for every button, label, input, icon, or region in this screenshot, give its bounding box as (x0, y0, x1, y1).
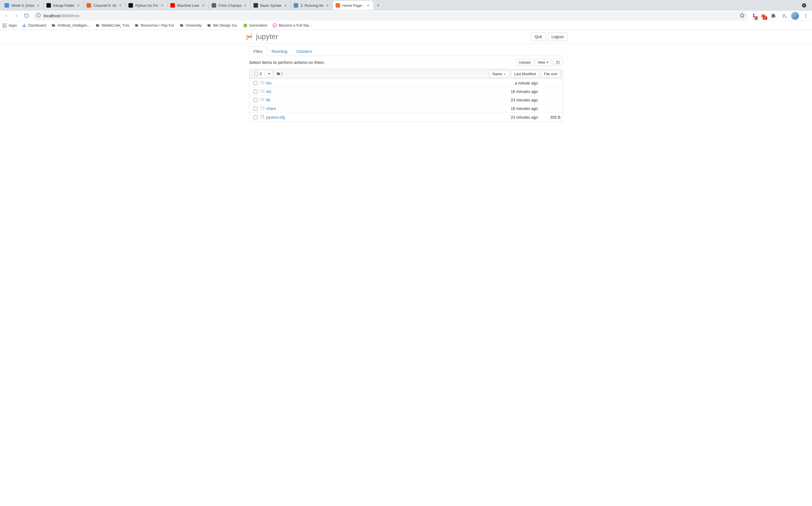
bookmark-item[interactable]: RBecome a Full Sta... (273, 23, 312, 28)
extension-2-badge: 11 (763, 16, 767, 20)
tab-favicon (336, 3, 340, 8)
bookmark-item[interactable]: Apps (2, 23, 17, 28)
svg-point-27 (806, 14, 806, 15)
tab-favicon (253, 3, 258, 8)
bookmark-star-icon[interactable] (740, 13, 745, 19)
tab-close-icon[interactable] (366, 3, 370, 8)
reading-list-icon[interactable] (780, 12, 788, 20)
tab-close-icon[interactable] (76, 3, 81, 8)
tab-close-icon[interactable] (118, 3, 123, 8)
tab-close-icon[interactable] (36, 3, 41, 8)
item-name-link[interactable]: share (266, 106, 276, 111)
extension-2-icon[interactable]: 11 (760, 12, 767, 19)
item-name-link[interactable]: pyvenv.cfg (266, 115, 285, 119)
chrome-menu-icon[interactable] (802, 12, 810, 20)
tab-title: Machine Lear (177, 3, 200, 8)
tab-favicon (170, 3, 175, 8)
browser-tab[interactable]: Channel 9: Vid (84, 1, 126, 10)
svg-text:R: R (274, 24, 276, 26)
tab-running[interactable]: Running (267, 47, 292, 56)
tab-clusters[interactable]: Clusters (292, 47, 316, 56)
select-menu-dropdown[interactable] (264, 72, 273, 76)
file-list-header: 0 / Name Last Modified File size (249, 69, 563, 79)
bookmark-item[interactable]: Generation (243, 23, 267, 28)
svg-rect-31 (4, 23, 5, 24)
folder-icon (95, 23, 100, 28)
folder-icon (179, 23, 184, 28)
tab-close-icon[interactable] (325, 3, 329, 8)
item-name-link[interactable]: bin (266, 81, 272, 85)
upload-button[interactable]: Upload (516, 59, 534, 66)
bookmark-label: University (186, 23, 202, 27)
tab-title: Chris Champa (218, 3, 241, 8)
row-checkbox[interactable] (253, 81, 257, 85)
new-dropdown[interactable]: New (535, 59, 552, 66)
bookmark-item[interactable]: We Design Gu. (207, 23, 238, 28)
forward-button[interactable] (12, 12, 20, 20)
extensions-puzzle-icon[interactable] (769, 12, 778, 20)
svg-rect-38 (6, 26, 6, 27)
bookmark-label: Dashboard (28, 23, 47, 27)
bookmark-item[interactable]: Web&Code_Tuts (95, 23, 129, 28)
site-info-icon[interactable] (36, 13, 41, 18)
sort-size-button[interactable]: File size (541, 70, 561, 77)
item-name-link[interactable]: lib (266, 98, 270, 102)
sort-name-button[interactable]: Name (489, 70, 509, 77)
breadcrumb-root[interactable]: / (276, 72, 282, 76)
select-all-checkbox[interactable] (254, 72, 258, 76)
svg-rect-32 (6, 23, 6, 24)
tab-favicon (5, 3, 9, 8)
browser-tab[interactable]: Kitsap Public (44, 1, 84, 10)
browser-tab[interactable]: Home Page - (333, 1, 373, 10)
account-dropdown-icon[interactable] (800, 1, 808, 9)
jupyter-logo-text: jupyter (256, 32, 278, 41)
extension-1-icon[interactable]: 8 (750, 12, 757, 19)
row-checkbox[interactable] (253, 98, 257, 102)
browser-tab[interactable]: Chris Champa (209, 1, 251, 10)
bars-icon (22, 23, 26, 28)
quit-button[interactable]: Quit (531, 32, 545, 41)
bookmark-item[interactable]: Dashboard (22, 23, 47, 28)
tab-favicon (129, 3, 133, 8)
bookmark-label: Apps (8, 23, 17, 27)
address-bar[interactable]: localhost:8888/tree (33, 12, 748, 20)
reload-button[interactable] (23, 12, 30, 20)
new-tab-button[interactable]: + (374, 1, 382, 9)
tab-title: Basic Syntax (260, 3, 282, 8)
bookmark-item[interactable]: University (179, 23, 202, 28)
refresh-file-list-button[interactable] (553, 59, 563, 66)
tab-close-icon[interactable] (160, 3, 164, 8)
tab-close-icon[interactable] (201, 3, 206, 8)
tab-close-icon[interactable] (283, 3, 288, 8)
item-name-link[interactable]: etc (266, 89, 272, 94)
browser-tab[interactable]: 3. Running the (291, 1, 333, 10)
browser-tab[interactable]: Machine Lear (167, 1, 209, 10)
select-all-group: 0 (251, 70, 273, 77)
jupyter-logo[interactable]: jupyter (245, 32, 278, 41)
file-row: lib23 minutes ago (249, 96, 563, 104)
bookmark-item[interactable]: Artificial_Intelligen... (51, 23, 90, 28)
tab-title: Python for Fin (135, 3, 158, 8)
sort-modified-button[interactable]: Last Modified (511, 70, 539, 77)
svg-point-28 (806, 15, 806, 16)
select-all-checkbox-part[interactable]: 0 (252, 70, 264, 77)
row-checkbox[interactable] (253, 115, 257, 119)
logout-button[interactable]: Logout (548, 32, 567, 41)
browser-tab[interactable]: Python for Fin (126, 1, 167, 10)
browser-tab[interactable]: Week 5: [Infos (2, 1, 44, 10)
row-checkbox[interactable] (253, 90, 257, 94)
circle-r-icon: R (273, 23, 277, 28)
jupyter-tabs: Files Running Clusters (249, 47, 563, 56)
profile-avatar[interactable] (791, 12, 799, 20)
tab-favicon (47, 3, 51, 8)
bookmark-item[interactable]: Resources I Pay For (134, 23, 174, 28)
tab-files[interactable]: Files (249, 47, 267, 56)
tab-title: Week 5: [Infos (11, 3, 34, 8)
svg-rect-37 (4, 26, 5, 27)
row-checkbox[interactable] (253, 106, 257, 110)
tab-close-icon[interactable] (243, 3, 247, 8)
back-button[interactable] (2, 12, 10, 20)
browser-tab[interactable]: Basic Syntax (251, 1, 291, 10)
bookmark-label: Generation (249, 23, 267, 27)
folder-icon (207, 23, 211, 28)
